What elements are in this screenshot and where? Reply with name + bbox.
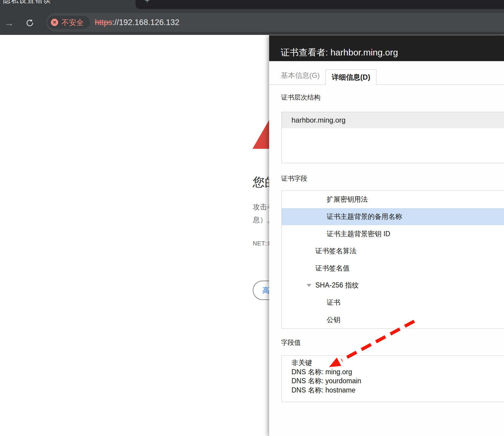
not-secure-icon: ✕: [51, 19, 58, 26]
url-scheme-struck: https: [95, 18, 112, 27]
field-row-label: 证书签名值: [315, 264, 350, 273]
section-label-hierarchy: 证书层次结构: [281, 93, 320, 102]
tab-basic-info[interactable]: 基本信息(G): [281, 71, 320, 80]
field-row-expandable[interactable]: SHA-256 指纹: [282, 277, 504, 294]
chevron-down-icon[interactable]: [307, 284, 311, 287]
certificate-fields-box: 扩展密钥用法 证书主题背景的备用名称 证书主题背景密钥 ID 证书签名算法 证书…: [281, 191, 504, 329]
url-rest: ://192.168.126.132: [112, 18, 179, 27]
field-value-line: DNS 名称: hostname: [291, 386, 504, 395]
browser-tab-strip: 隐私设置错误 +: [0, 0, 504, 10]
field-row[interactable]: 扩展密钥用法: [282, 191, 504, 208]
section-label-fields: 证书字段: [281, 174, 307, 183]
section-label-field-value: 字段值: [281, 338, 301, 347]
field-value-line: DNS 名称: yourdomain: [291, 376, 504, 386]
field-row[interactable]: 证书签名算法: [282, 242, 504, 260]
dialog-tab-bar: 基本信息(G) 详细信息(D): [269, 61, 504, 85]
hierarchy-item-selected[interactable]: harhbor.ming.org: [282, 112, 504, 128]
field-row-selected[interactable]: 证书主题背景的备用名称: [282, 208, 504, 225]
new-tab-icon[interactable]: +: [145, 0, 150, 5]
field-row[interactable]: 证书主题背景密钥 ID: [282, 225, 504, 242]
browser-tab-title[interactable]: 隐私设置错误: [3, 0, 51, 5]
field-value-line: 非关键: [291, 358, 504, 367]
dialog-title: 证书查看者: harhbor.ming.org: [281, 47, 398, 59]
browser-toolbar: → ✕ 不安全 https://192.168.126.132: [0, 10, 504, 35]
certificate-viewer-dialog: 证书查看者: harhbor.ming.org 基本信息(G) 详细信息(D) …: [269, 35, 504, 436]
field-row[interactable]: 证书: [282, 294, 504, 311]
url-text[interactable]: https://192.168.126.132: [95, 18, 179, 27]
security-chip-label: 不安全: [61, 18, 84, 27]
forward-icon[interactable]: →: [2, 16, 15, 30]
field-row[interactable]: 证书签名值: [282, 260, 504, 277]
tab-detail-info[interactable]: 详细信息(D): [325, 69, 376, 85]
field-row-label: 证书主题背景密钥 ID: [327, 229, 390, 239]
field-row-label: 证书主题背景的备用名称: [327, 212, 402, 221]
field-row-label: 扩展密钥用法: [327, 195, 368, 204]
field-row-label: 证书签名算法: [315, 246, 356, 256]
field-row-label: SHA-256 指纹: [315, 281, 359, 290]
tab-detail-label: 详细信息(D): [332, 72, 370, 82]
field-row[interactable]: 公钥: [282, 311, 504, 328]
field-value-box: 非关键 DNS 名称: ming.org DNS 名称: yourdomain …: [281, 355, 504, 402]
x-glyph: ✕: [53, 20, 57, 25]
dialog-header: 证书查看者: harhbor.ming.org: [269, 35, 504, 61]
certificate-hierarchy-box: harhbor.ming.org: [281, 112, 504, 163]
reload-icon[interactable]: [24, 17, 36, 29]
field-row-label: 证书: [327, 298, 340, 307]
address-bar[interactable]: ✕ 不安全 https://192.168.126.132: [46, 13, 504, 32]
field-row-label: 公钥: [327, 315, 340, 324]
security-chip-not-secure[interactable]: ✕ 不安全: [47, 16, 90, 29]
tab-strip-background: +: [136, 0, 504, 9]
field-value-line: DNS 名称: ming.org: [291, 367, 504, 377]
